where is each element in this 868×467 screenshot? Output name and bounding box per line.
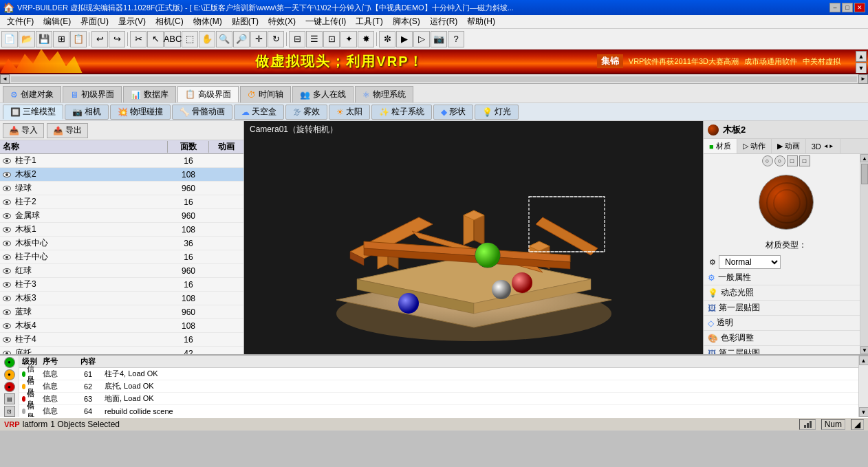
log-sidebar-orange[interactable]: ●: [4, 369, 15, 380]
menu-run[interactable]: 运行(R): [426, 15, 462, 28]
mat-section-transparent[interactable]: ◇ 透明: [704, 316, 868, 331]
tb-hand[interactable]: ✋: [199, 31, 215, 47]
banner-link-1[interactable]: VRP软件再获2011年3D大赛高潮: [629, 56, 739, 67]
tab-camera[interactable]: 📷 相机: [65, 105, 109, 120]
tb-zoom2[interactable]: 🔎: [233, 31, 250, 47]
tb-save[interactable]: 💾: [36, 31, 52, 47]
log-scroll-up-btn[interactable]: ▲: [859, 356, 869, 365]
close-button[interactable]: ✕: [854, 3, 865, 12]
hscroll-left[interactable]: ◄: [0, 74, 10, 84]
mat-section-color[interactable]: 🎨 色彩调整: [704, 331, 868, 346]
export-button[interactable]: 📤 导出: [47, 123, 88, 138]
rtab-material[interactable]: ■ 材质: [704, 139, 737, 153]
menu-view[interactable]: 显示(V): [114, 15, 150, 28]
tab-light[interactable]: 💡 灯光: [475, 105, 519, 120]
tb-grid2[interactable]: ⊟: [289, 31, 305, 47]
banner-link-3[interactable]: 中关村虚拟: [803, 56, 840, 67]
list-item[interactable]: 柱子中心 16: [0, 250, 243, 264]
mat-section-layer2[interactable]: 🖼 第二层贴图: [704, 346, 868, 354]
tb-copy[interactable]: 📋: [70, 31, 87, 47]
list-item[interactable]: 柱子2 16: [0, 195, 243, 209]
tb-new[interactable]: 📄: [1, 31, 18, 47]
tab-basic-ui[interactable]: 🖥 初级界面: [63, 86, 122, 102]
log-sidebar-clear[interactable]: ⊡: [4, 406, 15, 417]
tb-fx[interactable]: ✼: [379, 31, 395, 47]
tb-move[interactable]: ✛: [250, 31, 267, 47]
mat-opt-square1[interactable]: □: [787, 155, 798, 166]
tab-particles[interactable]: ✨ 粒子系统: [371, 105, 432, 120]
object-list[interactable]: 柱子1 16 木板2 108 绿球 960 柱子2 16: [0, 154, 243, 354]
log-sidebar-green[interactable]: ●: [4, 357, 15, 368]
menu-object[interactable]: 物体(M): [189, 15, 226, 28]
mat-opt-circle1[interactable]: ○: [762, 155, 773, 166]
tb-camera-icon[interactable]: 📷: [431, 31, 447, 47]
tb-render[interactable]: ▷: [413, 31, 430, 47]
tab-physics[interactable]: ⚛ 物理系统: [355, 86, 413, 102]
tb-open[interactable]: 📂: [19, 31, 35, 47]
tab-skeleton[interactable]: 🦴 骨骼动画: [172, 105, 232, 120]
log-scroll-down-btn[interactable]: ▼: [859, 407, 869, 417]
tb-play[interactable]: ▶: [396, 31, 413, 47]
log-row[interactable]: 信息 信息 64 rebuild collide scene: [19, 405, 858, 417]
rtab-3d[interactable]: 3D ◄►: [806, 139, 840, 153]
tb-undo[interactable]: ↩: [91, 31, 108, 47]
mat-section-general[interactable]: ⚙ 一般属性: [704, 270, 868, 285]
tab-3d-model[interactable]: 🔲 三维模型: [3, 105, 63, 120]
log-sidebar-filter[interactable]: ▤: [4, 393, 15, 404]
tb-star[interactable]: ✸: [358, 31, 374, 47]
menu-tools[interactable]: 工具(T): [351, 15, 387, 28]
tab-database[interactable]: 📊 数据库: [123, 86, 176, 102]
banner-link-2[interactable]: 成市场通用软件: [744, 56, 797, 67]
list-item[interactable]: 底托 42: [0, 347, 243, 354]
list-item[interactable]: 木板2 108: [0, 168, 243, 182]
tb-rotate[interactable]: ↻: [268, 31, 284, 47]
menu-edit[interactable]: 编辑(E): [39, 15, 75, 28]
menu-ui[interactable]: 界面(U): [76, 15, 113, 28]
list-item[interactable]: 绿球 960: [0, 182, 243, 195]
list-item[interactable]: 柱子1 16: [0, 154, 243, 168]
list-item[interactable]: 木板1 108: [0, 223, 243, 237]
tb-cursor[interactable]: ↖: [147, 31, 164, 47]
log-row[interactable]: 信息 信息 63 地面, Load OK: [19, 393, 858, 405]
menu-effects[interactable]: 特效(X): [264, 15, 300, 28]
mat-opt-square2[interactable]: □: [799, 155, 810, 166]
tb-grid[interactable]: ⊞: [53, 31, 69, 47]
rtab-animation[interactable]: ▶ 动画: [772, 139, 806, 153]
log-row[interactable]: 信息 信息 62 底托, Load OK: [19, 380, 858, 393]
right-scroll-thumb[interactable]: [861, 164, 868, 184]
tb-zoom[interactable]: 🔍: [216, 31, 232, 47]
menu-upload[interactable]: 一键上传(I): [301, 15, 350, 28]
hscroll-right[interactable]: ►: [858, 74, 868, 84]
log-row[interactable]: 信息 信息 61 柱子4, Load OK: [19, 368, 858, 380]
right-scroll-track[interactable]: [860, 162, 868, 346]
tab-advanced-ui[interactable]: 📋 高级界面: [177, 86, 239, 102]
mat-section-layer1[interactable]: 🖼 第一层贴图: [704, 301, 868, 316]
tab-multiplayer[interactable]: 👥 多人在线: [292, 86, 354, 102]
tb-group[interactable]: ⊡: [323, 31, 340, 47]
list-item[interactable]: 蓝球 960: [0, 305, 243, 319]
list-item[interactable]: 红球 960: [0, 264, 243, 278]
list-item[interactable]: 木板3 108: [0, 292, 243, 305]
tab-fog[interactable]: 🌫 雾效: [285, 105, 327, 120]
import-button[interactable]: 📥 导入: [3, 123, 44, 138]
tab-skybox[interactable]: ☁ 天空盒: [234, 105, 284, 120]
tb-select[interactable]: ⬚: [182, 31, 198, 47]
right-scroll-up[interactable]: ▲: [860, 154, 868, 162]
list-item[interactable]: 柱子4 16: [0, 333, 243, 347]
maximize-button[interactable]: □: [842, 3, 853, 12]
tab-collision[interactable]: 💥 物理碰撞: [110, 105, 171, 120]
mat-opt-circle2[interactable]: ○: [774, 155, 785, 166]
list-item[interactable]: 金属球 960: [0, 209, 243, 223]
tab-sun[interactable]: ☀ 太阳: [329, 105, 370, 120]
list-item[interactable]: 木板中心 36: [0, 237, 243, 250]
tb-text[interactable]: ABC: [164, 31, 181, 47]
list-item[interactable]: 柱子3 16: [0, 278, 243, 292]
log-sidebar-red[interactable]: ●: [4, 382, 15, 393]
tb-snap[interactable]: ✦: [340, 31, 357, 47]
viewport[interactable]: Camera01（旋转相机）: [244, 121, 703, 354]
menu-camera[interactable]: 相机(C): [151, 15, 188, 28]
mat-section-dynamic-light[interactable]: 💡 动态光照: [704, 285, 868, 301]
tb-redo[interactable]: ↪: [109, 31, 125, 47]
list-item[interactable]: 木板4 108: [0, 319, 243, 333]
menu-script[interactable]: 脚本(S): [389, 15, 424, 28]
